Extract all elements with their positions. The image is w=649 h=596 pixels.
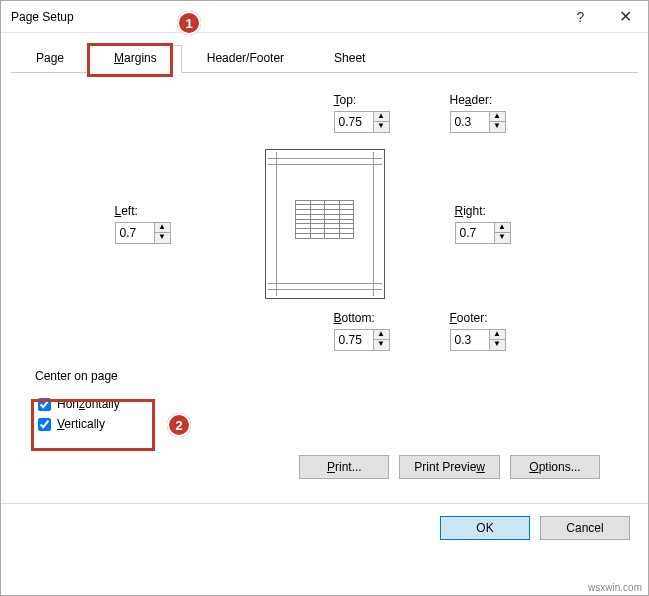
bottom-spin-buttons[interactable]: ▲▼: [373, 330, 389, 350]
header-label: Header:: [450, 93, 493, 107]
right-margin-group: Right: ▲▼: [455, 204, 535, 244]
spin-down-icon[interactable]: ▼: [490, 122, 505, 132]
callout-2: 2: [167, 413, 191, 437]
spin-down-icon[interactable]: ▼: [495, 233, 510, 243]
spin-down-icon[interactable]: ▼: [490, 340, 505, 350]
footer-spin-buttons[interactable]: ▲▼: [489, 330, 505, 350]
horizontally-input[interactable]: [38, 398, 51, 411]
page-preview: [265, 149, 385, 299]
left-spinner[interactable]: ▲▼: [115, 222, 171, 244]
print-preview-button[interactable]: Print Preview: [399, 455, 500, 479]
page-setup-dialog: Page Setup ? ✕ 1 Page Margins Header/Foo…: [0, 0, 649, 596]
close-button[interactable]: ✕: [603, 2, 648, 32]
center-on-page-label: Center on page: [35, 369, 618, 383]
tabstrip: Page Margins Header/Footer Sheet: [11, 45, 638, 73]
vertically-checkbox[interactable]: Vertically: [38, 414, 120, 434]
watermark: wsxwin.com: [588, 582, 642, 593]
ok-button[interactable]: OK: [440, 516, 530, 540]
tab-sheet[interactable]: Sheet: [309, 45, 390, 72]
right-spin-buttons[interactable]: ▲▼: [494, 223, 510, 243]
left-margin-group: Left: ▲▼: [115, 204, 195, 244]
footer-spinner[interactable]: ▲▼: [450, 329, 506, 351]
left-input[interactable]: [116, 223, 154, 243]
tab-content: Top: ▲▼ Header: ▲▼ Left: ▲▼: [1, 73, 648, 503]
bottom-margin-group: Bottom: ▲▼: [334, 311, 390, 351]
spin-down-icon[interactable]: ▼: [374, 122, 389, 132]
left-spin-buttons[interactable]: ▲▼: [154, 223, 170, 243]
spin-down-icon[interactable]: ▼: [374, 340, 389, 350]
header-margin-group: Header: ▲▼: [450, 93, 506, 133]
secondary-buttons: Print... Print Preview Options...: [31, 441, 618, 493]
callout-1: 1: [177, 11, 201, 35]
top-margin-group: Top: ▲▼: [334, 93, 390, 133]
top-spin-buttons[interactable]: ▲▼: [373, 112, 389, 132]
right-input[interactable]: [456, 223, 494, 243]
bottom-label: Bottom:: [334, 311, 375, 325]
right-label: Right:: [455, 204, 486, 218]
footer-label: Footer:: [450, 311, 488, 325]
titlebar: Page Setup ? ✕: [1, 1, 648, 33]
header-spin-buttons[interactable]: ▲▼: [489, 112, 505, 132]
tab-header-footer[interactable]: Header/Footer: [182, 45, 309, 72]
center-on-page-section: Center on page Horizontally Vertically 2: [31, 369, 618, 441]
spin-down-icon[interactable]: ▼: [155, 233, 170, 243]
header-input[interactable]: [451, 112, 489, 132]
print-button[interactable]: Print...: [299, 455, 389, 479]
left-label: Left:: [115, 204, 138, 218]
options-button[interactable]: Options...: [510, 455, 600, 479]
cancel-button[interactable]: Cancel: [540, 516, 630, 540]
top-spinner[interactable]: ▲▼: [334, 111, 390, 133]
dialog-footer: OK Cancel: [1, 503, 648, 552]
tab-page[interactable]: Page: [11, 45, 89, 72]
right-spinner[interactable]: ▲▼: [455, 222, 511, 244]
help-button[interactable]: ?: [558, 2, 603, 32]
footer-input[interactable]: [451, 330, 489, 350]
vertically-input[interactable]: [38, 418, 51, 431]
horizontally-label: Horizontally: [57, 397, 120, 411]
top-input[interactable]: [335, 112, 373, 132]
tab-margins[interactable]: Margins: [89, 45, 182, 73]
top-label: Top:: [334, 93, 357, 107]
preview-content-grid: [296, 200, 354, 238]
header-spinner[interactable]: ▲▼: [450, 111, 506, 133]
horizontally-checkbox[interactable]: Horizontally: [38, 394, 120, 414]
footer-margin-group: Footer: ▲▼: [450, 311, 506, 351]
bottom-spinner[interactable]: ▲▼: [334, 329, 390, 351]
bottom-input[interactable]: [335, 330, 373, 350]
vertically-label: Vertically: [57, 417, 105, 431]
window-title: Page Setup: [11, 10, 558, 24]
